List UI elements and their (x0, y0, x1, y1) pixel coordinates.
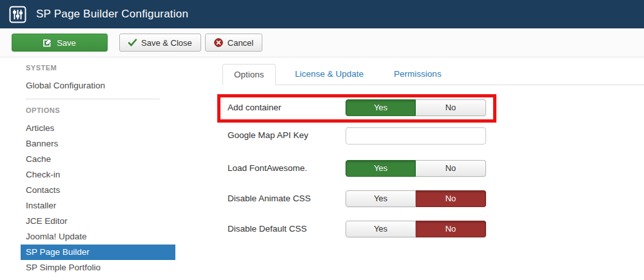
sidebar-item-global-configuration[interactable]: Global Configuration (21, 78, 175, 94)
add-container-toggle: Yes No (346, 99, 486, 116)
sidebar-system-list: Global Configuration (21, 78, 175, 94)
sidebar: SYSTEM Global Configuration OPTIONS Arti… (0, 57, 193, 279)
disable-default-css-no-button[interactable]: No (416, 221, 486, 237)
sidebar-item-contacts[interactable]: Contacts (21, 183, 175, 198)
save-pencil-icon (43, 38, 52, 47)
form-row-disable-default-css: Disable Default CSS Yes No (222, 221, 644, 237)
sidebar-item-sp-simple-portfolio[interactable]: SP Simple Portfolio (21, 260, 175, 275)
main-area: SYSTEM Global Configuration OPTIONS Arti… (0, 57, 644, 279)
tab-bar: Options License & Update Permissions (222, 64, 644, 85)
sidebar-options-list: Articles Banners Cache Check-in Contacts… (21, 121, 175, 275)
save-button-label: Save (57, 38, 76, 48)
sidebar-item-jce-editor[interactable]: JCE Editor (21, 214, 175, 229)
field-label: Load FontAwesome. (228, 160, 346, 177)
check-icon (128, 39, 137, 46)
cancel-circle-x-icon (214, 38, 223, 47)
tab-options[interactable]: Options (222, 64, 276, 85)
google-map-api-key-input[interactable] (346, 127, 486, 145)
field-label: Disable Default CSS (228, 221, 346, 237)
disable-default-css-yes-button[interactable]: Yes (346, 221, 416, 237)
cancel-button[interactable]: Cancel (205, 34, 262, 52)
tab-license-update[interactable]: License & Update (284, 64, 375, 85)
tab-permissions[interactable]: Permissions (383, 64, 453, 85)
sidebar-heading-options: OPTIONS (21, 105, 193, 115)
field-label: Google Map API Key (228, 127, 346, 144)
cancel-button-label: Cancel (228, 38, 253, 48)
disable-default-css-toggle: Yes No (346, 221, 486, 237)
sidebar-item-installer[interactable]: Installer (21, 198, 175, 214)
disable-animate-css-yes-button[interactable]: Yes (346, 190, 416, 207)
load-fontawesome-toggle: Yes No (346, 160, 486, 177)
add-container-no-button[interactable]: No (416, 99, 486, 116)
sidebar-item-joomla-update[interactable]: Joomla! Update (21, 229, 175, 245)
save-close-button-label: Save & Close (141, 38, 192, 48)
form-row-add-container: Add container Yes No (222, 99, 644, 116)
disable-animate-css-toggle: Yes No (346, 190, 486, 207)
add-container-yes-button[interactable]: Yes (346, 99, 416, 116)
sidebar-item-cache[interactable]: Cache (21, 152, 175, 167)
load-fontawesome-no-button[interactable]: No (416, 160, 486, 177)
save-close-button[interactable]: Save & Close (119, 34, 201, 52)
page-title: SP Page Builder Configuration (36, 8, 188, 21)
app-header: SP Page Builder Configuration (0, 0, 644, 28)
form-row-disable-animate-css: Disable Animate CSS Yes No (222, 190, 644, 207)
sliders-icon (9, 6, 26, 23)
options-form: Add container Yes No Google Map API Key … (222, 99, 644, 237)
sidebar-item-sp-page-builder[interactable]: SP Page Builder (21, 245, 175, 260)
sidebar-item-banners[interactable]: Banners (21, 136, 175, 152)
field-label: Add container (228, 99, 346, 116)
sidebar-heading-system: SYSTEM (21, 63, 193, 73)
form-row-google-map-api-key: Google Map API Key (222, 127, 644, 145)
sidebar-divider (26, 99, 160, 99)
form-row-load-fontawesome: Load FontAwesome. Yes No (222, 160, 644, 177)
content-panel: Options License & Update Permissions Add… (193, 57, 644, 279)
field-label: Disable Animate CSS (228, 190, 346, 207)
page: SP Page Builder Configuration Save Save … (0, 0, 644, 280)
toolbar: Save Save & Close Cancel (0, 28, 644, 57)
load-fontawesome-yes-button[interactable]: Yes (346, 160, 416, 177)
sidebar-item-check-in[interactable]: Check-in (21, 167, 175, 183)
disable-animate-css-no-button[interactable]: No (416, 190, 486, 207)
sidebar-item-articles[interactable]: Articles (21, 121, 175, 136)
save-button[interactable]: Save (12, 34, 108, 52)
